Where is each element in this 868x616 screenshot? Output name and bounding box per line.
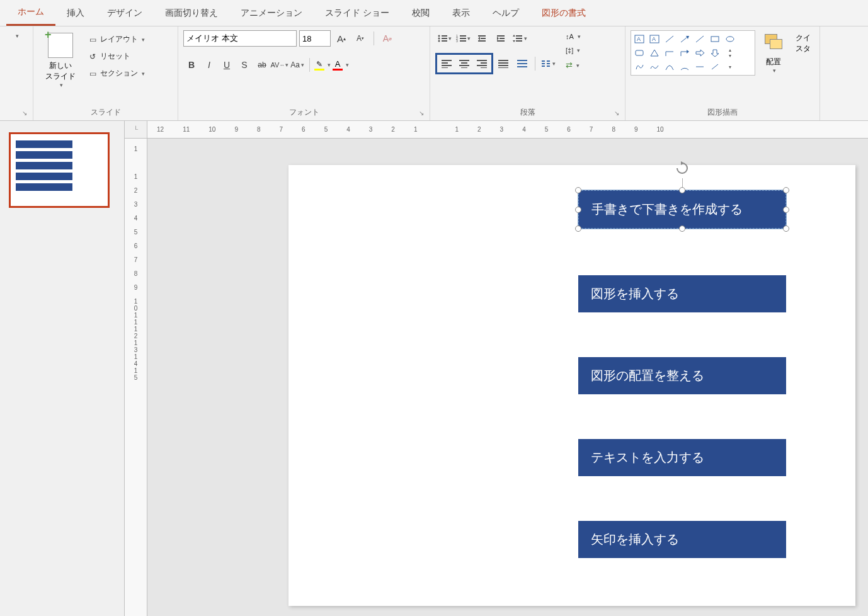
tab-help[interactable]: ヘルプ — [481, 1, 530, 25]
decrease-font-button[interactable]: A▾ — [352, 30, 368, 47]
distribute-button[interactable] — [513, 55, 531, 72]
align-text-button[interactable]: [‡]▾ — [563, 45, 583, 55]
arrow-line-shape-icon[interactable] — [678, 32, 692, 46]
slide-canvas[interactable]: 手書きで下書きを作成する 図形を挿入する 図形の配置を整える テキストを入力する… — [288, 165, 855, 606]
arc-shape-icon[interactable] — [678, 60, 692, 74]
gallery-more-icon[interactable]: ▾ — [723, 60, 737, 74]
align-left-button[interactable] — [438, 55, 455, 72]
convert-smartart-button[interactable]: ⇄▾ — [563, 59, 583, 71]
font-color-button[interactable]: A — [332, 59, 343, 71]
resize-handle-nw[interactable] — [575, 187, 581, 193]
line-spacing-button[interactable]: ▾ — [511, 30, 528, 47]
layout-button[interactable]: ▭ レイアウト ▾ — [85, 33, 147, 46]
bullets-button[interactable]: ▾ — [435, 30, 453, 47]
shapes-gallery[interactable]: A A ▴▾ — [631, 30, 755, 76]
new-slide-button[interactable]: 新しい スライド ▾ — [38, 30, 83, 91]
paragraph-launcher-icon[interactable]: ↘ — [614, 110, 623, 118]
svg-rect-27 — [442, 65, 452, 66]
highlight-color-button[interactable]: ✎ — [314, 59, 325, 71]
align-justify-button[interactable] — [494, 55, 512, 72]
clipboard-launcher-icon[interactable]: ↘ — [22, 110, 31, 118]
change-case-button[interactable]: Aa▾ — [289, 57, 306, 73]
decrease-indent-button[interactable] — [473, 30, 491, 47]
gallery-dropdown-icon[interactable]: ▴▾ — [723, 46, 737, 60]
rounded-rect-shape-icon[interactable] — [632, 46, 646, 60]
shadow-button[interactable]: S — [236, 57, 253, 73]
increase-indent-button[interactable] — [492, 30, 510, 47]
italic-button[interactable]: I — [201, 57, 217, 73]
elbow-arrow-icon[interactable] — [678, 46, 692, 60]
shape-3[interactable]: 図形の配置を整える — [578, 357, 786, 394]
tab-insert[interactable]: 挿入 — [55, 1, 96, 25]
shape-5[interactable]: 矢印を挿入する — [578, 521, 786, 558]
tab-shape-format[interactable]: 図形の書式 — [530, 1, 597, 25]
svg-rect-44 — [542, 60, 545, 62]
line-shape-icon[interactable] — [663, 32, 677, 46]
strikethrough-button[interactable]: ab — [254, 57, 270, 73]
resize-handle-s[interactable] — [679, 225, 685, 232]
numbering-button[interactable]: 123▾ — [454, 30, 472, 47]
svg-rect-60 — [636, 50, 643, 55]
rotate-handle-icon[interactable] — [675, 161, 690, 176]
tab-view[interactable]: 表示 — [441, 1, 481, 25]
clipboard-group-partial: ▾ ↘ — [0, 26, 33, 120]
scribble-shape-icon[interactable] — [648, 60, 661, 74]
textbox-shape-icon[interactable]: A — [632, 32, 646, 46]
resize-handle-ne[interactable] — [783, 187, 789, 193]
tab-transitions[interactable]: 画面切り替え — [154, 1, 229, 25]
resize-handle-se[interactable] — [783, 225, 789, 232]
bold-button[interactable]: B — [183, 57, 200, 73]
text-direction-button[interactable]: ↕A▾ — [563, 31, 583, 42]
freeform-shape-icon[interactable] — [632, 60, 646, 74]
columns-button[interactable]: ▾ — [539, 55, 557, 72]
quick-styles-button[interactable]: クイ スタ — [792, 30, 814, 57]
shape-1-selected[interactable]: 手書きで下書きを作成する — [578, 190, 786, 229]
textbox-vert-shape-icon[interactable]: A — [648, 32, 661, 46]
align-right-button[interactable] — [473, 55, 491, 72]
svg-rect-29 — [459, 60, 469, 61]
highlight-dropdown[interactable]: ▾ — [328, 62, 331, 68]
line-shape-icon-2[interactable] — [708, 60, 722, 74]
resize-handle-n[interactable] — [679, 187, 685, 193]
section-button[interactable]: ▭ セクション ▾ — [85, 67, 147, 80]
double-line-shape-icon[interactable] — [693, 32, 707, 46]
char-spacing-button[interactable]: AV↔▾ — [271, 57, 288, 73]
font-launcher-icon[interactable]: ↘ — [419, 110, 428, 118]
svg-rect-11 — [460, 40, 466, 42]
right-arrow-shape-icon[interactable] — [693, 46, 707, 60]
resize-handle-sw[interactable] — [575, 225, 581, 232]
tab-review[interactable]: 校閲 — [401, 1, 441, 25]
font-name-select[interactable] — [183, 30, 297, 47]
resize-handle-w[interactable] — [575, 207, 581, 213]
connector-shape-icon[interactable] — [693, 60, 707, 74]
increase-font-button[interactable]: A▴ — [333, 30, 350, 47]
resize-handle-e[interactable] — [783, 207, 789, 213]
down-arrow-shape-icon[interactable] — [708, 46, 722, 60]
tab-slideshow[interactable]: スライド ショー — [314, 1, 401, 25]
shape-4[interactable]: テキストを入力する — [578, 439, 786, 476]
slide-thumbnail-1[interactable] — [9, 132, 110, 208]
shape-2[interactable]: 図形を挿入する — [578, 275, 786, 312]
font-size-select[interactable] — [299, 30, 331, 47]
underline-button[interactable]: U — [219, 57, 235, 73]
reset-button[interactable]: ↺ リセット — [85, 50, 147, 63]
clear-formatting-button[interactable]: A⌀ — [379, 30, 396, 47]
svg-rect-40 — [498, 67, 508, 68]
curve-shape-icon[interactable] — [663, 60, 677, 74]
vertical-ruler[interactable]: 1123456789101112131415 — [125, 139, 147, 616]
slide-edit-area[interactable]: └ 12111098765432112345678910 11234567891… — [125, 121, 868, 616]
paste-dropdown[interactable]: ▾ — [5, 30, 28, 42]
elbow-connector-icon[interactable] — [663, 46, 677, 60]
arrange-button[interactable]: 配置 ▾ — [758, 30, 789, 76]
oval-shape-icon[interactable] — [723, 32, 737, 46]
tab-design[interactable]: デザイン — [96, 1, 154, 25]
font-color-dropdown[interactable]: ▾ — [346, 62, 349, 68]
svg-rect-15 — [478, 40, 486, 42]
tab-home[interactable]: ホーム — [6, 0, 55, 26]
align-center-button[interactable] — [455, 55, 473, 72]
triangle-shape-icon[interactable] — [648, 46, 661, 60]
svg-marker-62 — [687, 50, 689, 54]
horizontal-ruler[interactable]: 12111098765432112345678910 — [147, 121, 868, 139]
rect-shape-icon[interactable] — [708, 32, 722, 46]
tab-animations[interactable]: アニメーション — [229, 1, 314, 25]
